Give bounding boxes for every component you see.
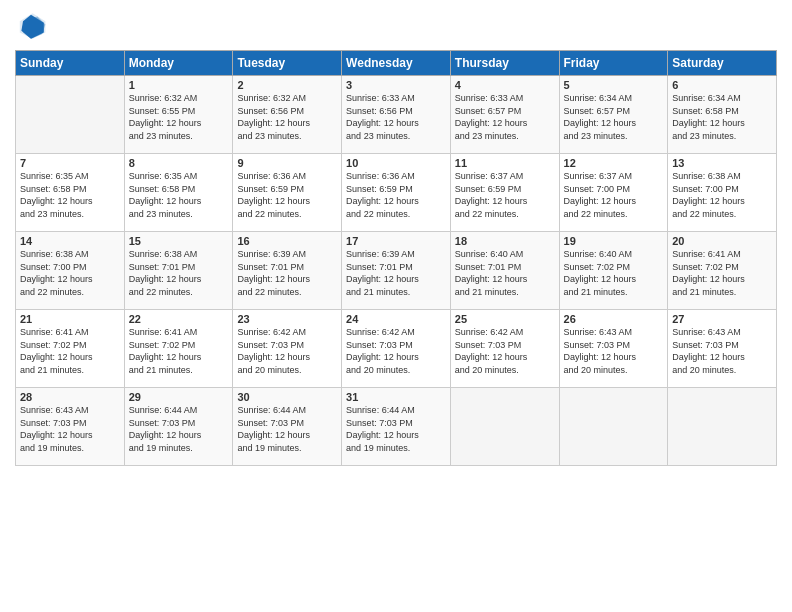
day-number: 16	[237, 235, 337, 247]
day-info: Sunrise: 6:39 AM Sunset: 7:01 PM Dayligh…	[346, 248, 446, 298]
calendar-header: SundayMondayTuesdayWednesdayThursdayFrid…	[16, 51, 777, 76]
weekday-header-row: SundayMondayTuesdayWednesdayThursdayFrid…	[16, 51, 777, 76]
day-number: 28	[20, 391, 120, 403]
calendar-cell: 7Sunrise: 6:35 AM Sunset: 6:58 PM Daylig…	[16, 154, 125, 232]
day-info: Sunrise: 6:35 AM Sunset: 6:58 PM Dayligh…	[20, 170, 120, 220]
day-info: Sunrise: 6:39 AM Sunset: 7:01 PM Dayligh…	[237, 248, 337, 298]
day-info: Sunrise: 6:34 AM Sunset: 6:58 PM Dayligh…	[672, 92, 772, 142]
weekday-header-wednesday: Wednesday	[342, 51, 451, 76]
day-number: 24	[346, 313, 446, 325]
day-number: 23	[237, 313, 337, 325]
calendar-cell: 11Sunrise: 6:37 AM Sunset: 6:59 PM Dayli…	[450, 154, 559, 232]
day-number: 29	[129, 391, 229, 403]
calendar-cell: 18Sunrise: 6:40 AM Sunset: 7:01 PM Dayli…	[450, 232, 559, 310]
day-info: Sunrise: 6:43 AM Sunset: 7:03 PM Dayligh…	[564, 326, 664, 376]
calendar-week-4: 28Sunrise: 6:43 AM Sunset: 7:03 PM Dayli…	[16, 388, 777, 466]
day-number: 3	[346, 79, 446, 91]
weekday-header-tuesday: Tuesday	[233, 51, 342, 76]
calendar-week-3: 21Sunrise: 6:41 AM Sunset: 7:02 PM Dayli…	[16, 310, 777, 388]
day-info: Sunrise: 6:44 AM Sunset: 7:03 PM Dayligh…	[129, 404, 229, 454]
calendar-cell: 23Sunrise: 6:42 AM Sunset: 7:03 PM Dayli…	[233, 310, 342, 388]
day-info: Sunrise: 6:41 AM Sunset: 7:02 PM Dayligh…	[20, 326, 120, 376]
day-number: 20	[672, 235, 772, 247]
day-info: Sunrise: 6:35 AM Sunset: 6:58 PM Dayligh…	[129, 170, 229, 220]
day-number: 8	[129, 157, 229, 169]
calendar-cell: 3Sunrise: 6:33 AM Sunset: 6:56 PM Daylig…	[342, 76, 451, 154]
calendar-cell: 6Sunrise: 6:34 AM Sunset: 6:58 PM Daylig…	[668, 76, 777, 154]
calendar-cell: 19Sunrise: 6:40 AM Sunset: 7:02 PM Dayli…	[559, 232, 668, 310]
calendar-cell: 5Sunrise: 6:34 AM Sunset: 6:57 PM Daylig…	[559, 76, 668, 154]
day-info: Sunrise: 6:42 AM Sunset: 7:03 PM Dayligh…	[455, 326, 555, 376]
calendar-cell: 12Sunrise: 6:37 AM Sunset: 7:00 PM Dayli…	[559, 154, 668, 232]
calendar-cell	[668, 388, 777, 466]
day-number: 18	[455, 235, 555, 247]
day-info: Sunrise: 6:36 AM Sunset: 6:59 PM Dayligh…	[237, 170, 337, 220]
weekday-header-monday: Monday	[124, 51, 233, 76]
calendar-cell	[450, 388, 559, 466]
weekday-header-sunday: Sunday	[16, 51, 125, 76]
calendar-page: SundayMondayTuesdayWednesdayThursdayFrid…	[0, 0, 792, 612]
calendar-cell: 8Sunrise: 6:35 AM Sunset: 6:58 PM Daylig…	[124, 154, 233, 232]
weekday-header-saturday: Saturday	[668, 51, 777, 76]
day-number: 19	[564, 235, 664, 247]
day-number: 17	[346, 235, 446, 247]
day-info: Sunrise: 6:43 AM Sunset: 7:03 PM Dayligh…	[672, 326, 772, 376]
calendar-cell: 16Sunrise: 6:39 AM Sunset: 7:01 PM Dayli…	[233, 232, 342, 310]
day-number: 21	[20, 313, 120, 325]
day-info: Sunrise: 6:32 AM Sunset: 6:55 PM Dayligh…	[129, 92, 229, 142]
day-number: 22	[129, 313, 229, 325]
calendar-cell: 14Sunrise: 6:38 AM Sunset: 7:00 PM Dayli…	[16, 232, 125, 310]
calendar-cell: 17Sunrise: 6:39 AM Sunset: 7:01 PM Dayli…	[342, 232, 451, 310]
weekday-header-friday: Friday	[559, 51, 668, 76]
day-number: 27	[672, 313, 772, 325]
calendar-cell: 31Sunrise: 6:44 AM Sunset: 7:03 PM Dayli…	[342, 388, 451, 466]
day-info: Sunrise: 6:44 AM Sunset: 7:03 PM Dayligh…	[346, 404, 446, 454]
day-info: Sunrise: 6:36 AM Sunset: 6:59 PM Dayligh…	[346, 170, 446, 220]
calendar-cell: 9Sunrise: 6:36 AM Sunset: 6:59 PM Daylig…	[233, 154, 342, 232]
day-number: 11	[455, 157, 555, 169]
day-info: Sunrise: 6:33 AM Sunset: 6:57 PM Dayligh…	[455, 92, 555, 142]
calendar-cell	[16, 76, 125, 154]
weekday-header-thursday: Thursday	[450, 51, 559, 76]
day-info: Sunrise: 6:38 AM Sunset: 7:00 PM Dayligh…	[20, 248, 120, 298]
calendar-cell: 20Sunrise: 6:41 AM Sunset: 7:02 PM Dayli…	[668, 232, 777, 310]
calendar-cell: 15Sunrise: 6:38 AM Sunset: 7:01 PM Dayli…	[124, 232, 233, 310]
day-number: 30	[237, 391, 337, 403]
calendar-cell: 22Sunrise: 6:41 AM Sunset: 7:02 PM Dayli…	[124, 310, 233, 388]
day-number: 26	[564, 313, 664, 325]
calendar-table: SundayMondayTuesdayWednesdayThursdayFrid…	[15, 50, 777, 466]
day-info: Sunrise: 6:44 AM Sunset: 7:03 PM Dayligh…	[237, 404, 337, 454]
day-number: 9	[237, 157, 337, 169]
day-number: 31	[346, 391, 446, 403]
calendar-cell: 28Sunrise: 6:43 AM Sunset: 7:03 PM Dayli…	[16, 388, 125, 466]
day-info: Sunrise: 6:32 AM Sunset: 6:56 PM Dayligh…	[237, 92, 337, 142]
day-number: 1	[129, 79, 229, 91]
day-number: 6	[672, 79, 772, 91]
day-info: Sunrise: 6:40 AM Sunset: 7:02 PM Dayligh…	[564, 248, 664, 298]
day-number: 7	[20, 157, 120, 169]
day-info: Sunrise: 6:40 AM Sunset: 7:01 PM Dayligh…	[455, 248, 555, 298]
day-number: 5	[564, 79, 664, 91]
day-number: 2	[237, 79, 337, 91]
day-info: Sunrise: 6:34 AM Sunset: 6:57 PM Dayligh…	[564, 92, 664, 142]
day-number: 10	[346, 157, 446, 169]
calendar-cell: 29Sunrise: 6:44 AM Sunset: 7:03 PM Dayli…	[124, 388, 233, 466]
calendar-cell: 10Sunrise: 6:36 AM Sunset: 6:59 PM Dayli…	[342, 154, 451, 232]
calendar-week-2: 14Sunrise: 6:38 AM Sunset: 7:00 PM Dayli…	[16, 232, 777, 310]
day-info: Sunrise: 6:41 AM Sunset: 7:02 PM Dayligh…	[672, 248, 772, 298]
logo-icon	[15, 10, 47, 42]
day-info: Sunrise: 6:42 AM Sunset: 7:03 PM Dayligh…	[237, 326, 337, 376]
day-number: 25	[455, 313, 555, 325]
day-info: Sunrise: 6:38 AM Sunset: 7:00 PM Dayligh…	[672, 170, 772, 220]
day-number: 13	[672, 157, 772, 169]
calendar-body: 1Sunrise: 6:32 AM Sunset: 6:55 PM Daylig…	[16, 76, 777, 466]
calendar-cell: 27Sunrise: 6:43 AM Sunset: 7:03 PM Dayli…	[668, 310, 777, 388]
calendar-cell: 24Sunrise: 6:42 AM Sunset: 7:03 PM Dayli…	[342, 310, 451, 388]
calendar-cell: 13Sunrise: 6:38 AM Sunset: 7:00 PM Dayli…	[668, 154, 777, 232]
day-info: Sunrise: 6:42 AM Sunset: 7:03 PM Dayligh…	[346, 326, 446, 376]
calendar-cell: 30Sunrise: 6:44 AM Sunset: 7:03 PM Dayli…	[233, 388, 342, 466]
header	[15, 10, 777, 42]
day-number: 15	[129, 235, 229, 247]
calendar-cell	[559, 388, 668, 466]
calendar-week-1: 7Sunrise: 6:35 AM Sunset: 6:58 PM Daylig…	[16, 154, 777, 232]
